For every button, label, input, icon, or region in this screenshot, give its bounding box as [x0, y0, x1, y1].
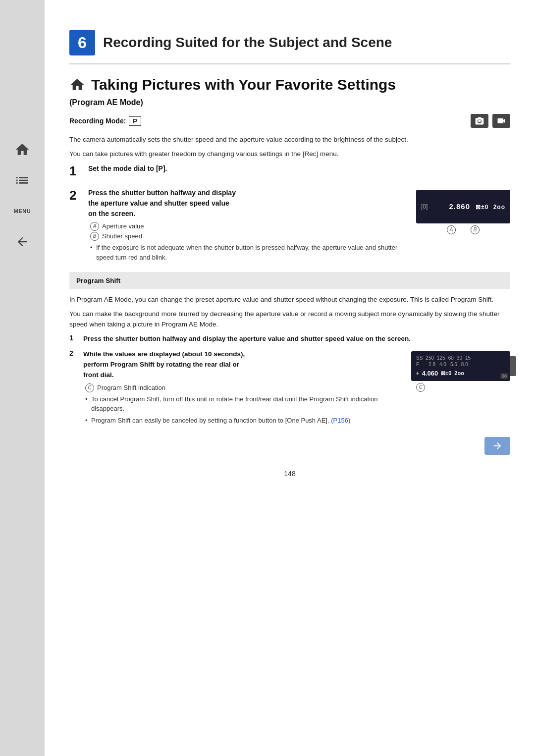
lcd-display-2-container: SS 250 125 60 30 15 F 2.8 4.0 5.6	[411, 349, 510, 392]
menu-label[interactable]: MENU	[11, 200, 33, 222]
chapter-header: 6 Recording Suited for the Subject and S…	[69, 30, 510, 64]
chapter-number: 6	[69, 30, 95, 55]
recording-mode-label: Recording Mode: P	[69, 116, 141, 126]
substep-1: 1 Press the shutter button halfway and d…	[69, 334, 510, 344]
program-shift-annotations: C Program Shift indication	[85, 383, 402, 392]
recording-mode-section: Recording Mode: P	[69, 114, 510, 128]
substep-2-number: 2	[69, 349, 78, 425]
annotation-c: C Program Shift indication	[85, 383, 402, 392]
program-shift-text-1: In Program AE Mode, you can change the p…	[69, 295, 510, 305]
step-2: 2 Press the shutter button halfway and d…	[69, 188, 510, 262]
program-shift-bullet-2: Program Shift can easily be canceled by …	[83, 416, 402, 426]
body-text-2: You can take pictures with greater freed…	[69, 149, 510, 160]
lcd2-f-label: F	[416, 362, 419, 367]
sidebar: MENU	[0, 0, 45, 756]
label-a: A	[90, 222, 99, 231]
subtitle: (Program AE Mode)	[69, 98, 510, 107]
home-icon-title	[69, 77, 85, 93]
step-2-text-block: Press the shutter button halfway and dis…	[88, 188, 407, 262]
home-icon[interactable]	[11, 139, 33, 161]
step-2-number: 2	[69, 188, 81, 262]
lcd1-label-b: B	[471, 225, 480, 234]
label-c: C	[85, 383, 94, 392]
step-1-text: Set the mode dial to [P].	[88, 163, 510, 174]
step-1: 1 Set the mode dial to [P].	[69, 163, 510, 179]
lcd1-values: 2.860 ⊠±0 2oo	[449, 202, 506, 211]
list-icon[interactable]	[11, 169, 33, 191]
main-content: 6 Recording Suited for the Subject and S…	[45, 0, 535, 756]
label-c-lcd: C	[416, 383, 425, 392]
substep-2-text-block: While the values are displayed (about 10…	[83, 349, 402, 425]
p156-link[interactable]: (P156)	[331, 417, 350, 424]
substep-1-text: Press the shutter button halfway and dis…	[83, 334, 510, 344]
camera-photo-icon	[471, 114, 488, 128]
lcd2-ss-row: SS 250 125 60 30 15	[416, 355, 505, 361]
program-shift-box: Program Shift	[69, 272, 510, 289]
lcd2-ss-label: SS	[416, 355, 423, 361]
page-title: Taking Pictures with Your Favorite Setti…	[91, 76, 396, 93]
mode-badge: P	[129, 116, 141, 126]
lcd2-f-row: F 2.8 4.0 5.6 8.0	[416, 362, 505, 367]
program-shift-title: Program Shift	[76, 277, 120, 284]
label-b: B	[90, 232, 99, 241]
step-2-content: Press the shutter button halfway and dis…	[88, 188, 510, 262]
step-2-row: Press the shutter button halfway and dis…	[88, 188, 510, 262]
step-1-number: 1	[69, 163, 81, 179]
page-number: 148	[69, 470, 510, 478]
nav-arrow	[69, 437, 510, 455]
substep-1-content: Press the shutter button halfway and dis…	[83, 334, 510, 344]
annotations: A Aperture value B Shutter speed	[90, 222, 407, 241]
program-shift-text-2: You can make the background more blurred…	[69, 309, 510, 330]
page-title-row: Taking Pictures with Your Favorite Setti…	[69, 76, 510, 93]
lcd2-bottom: ♦ 4.060 ⊠±0 2oo	[416, 370, 505, 377]
substep-1-number: 1	[69, 334, 78, 344]
lcd-display-1: [0] 2.860 ⊠±0 2oo	[416, 190, 510, 223]
body-text-1: The camera automatically sets the shutte…	[69, 135, 510, 145]
lcd-display-1-container: [0] 2.860 ⊠±0 2oo A B	[416, 188, 510, 234]
mode-icons	[471, 114, 510, 128]
lcd2-corner-badge: 08	[500, 373, 508, 379]
annotation-bullet: If the exposure is not adequate when the…	[88, 243, 407, 262]
step-1-content: Set the mode dial to [P].	[88, 163, 510, 179]
lcd1-left: [0]	[421, 203, 428, 210]
annotation-b: B Shutter speed	[90, 232, 407, 241]
next-page-button[interactable]	[484, 437, 510, 455]
annotation-a: A Aperture value	[90, 222, 407, 231]
lcd2-side-tab	[510, 356, 516, 376]
substep-2: 2 While the values are displayed (about …	[69, 349, 510, 425]
recording-mode-row: Recording Mode: P	[69, 114, 510, 128]
camera-video-icon	[492, 114, 510, 128]
substep-2-content: While the values are displayed (about 10…	[83, 349, 510, 425]
substep-2-text: While the values are displayed (about 10…	[83, 349, 402, 380]
lcd-display-2: SS 250 125 60 30 15 F 2.8 4.0 5.6	[411, 351, 510, 381]
lcd1-ab-labels: A B	[447, 225, 480, 234]
substep-2-row: While the values are displayed (about 10…	[83, 349, 510, 425]
back-icon[interactable]	[11, 231, 33, 253]
chapter-title: Recording Suited for the Subject and Sce…	[103, 35, 392, 51]
step-2-text: Press the shutter button halfway and dis…	[88, 188, 407, 219]
lcd1-label-a: A	[447, 225, 456, 234]
lcd2-c-label: C	[416, 383, 510, 392]
program-shift-bullet-1: To cancel Program Shift, turn off this u…	[83, 394, 402, 414]
